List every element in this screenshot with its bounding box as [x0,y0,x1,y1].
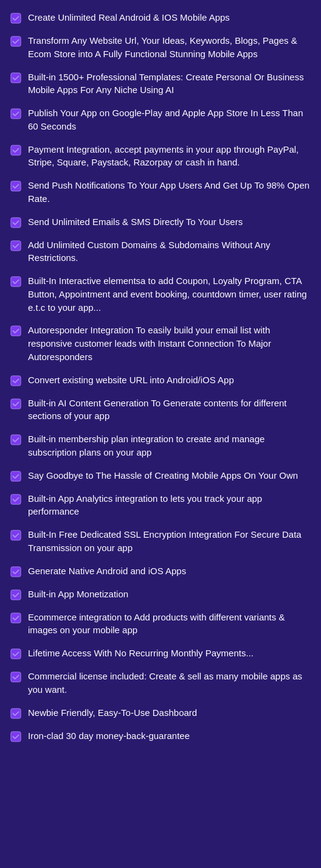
svg-rect-22 [11,731,21,741]
svg-rect-20 [11,672,21,682]
svg-rect-6 [11,217,21,227]
svg-rect-1 [11,36,21,46]
feature-text: Built-in App Analytics integration to le… [28,492,311,519]
svg-rect-16 [11,566,21,576]
list-item: Built-in 1500+ Professional Templates: C… [7,66,314,102]
svg-rect-19 [11,649,21,659]
checkmark-icon [10,589,22,601]
svg-rect-18 [11,613,21,622]
svg-rect-13 [11,471,21,481]
list-item: Autoresponder Integration To easily buil… [7,319,314,368]
feature-text: Built-In Interactive elementsa to add Co… [28,274,311,314]
feature-text: Built-in membership plan integration to … [28,432,311,459]
feature-text: Transform Any Website Url, Your Ideas, K… [28,34,311,61]
feature-text: Publish Your App on Google-Play and Appl… [28,106,311,133]
svg-rect-9 [11,326,21,336]
list-item: Send Unlimited Emails & SMS Directly To … [7,210,314,234]
list-item: Add Unlimited Custom Domains & Subdomain… [7,234,314,270]
svg-rect-5 [11,181,21,191]
list-item: Convert existing website URL into Androi… [7,369,314,392]
feature-text: Ecommerce integration to Add products wi… [28,611,311,637]
svg-rect-17 [11,589,21,599]
checkmark-icon [10,217,22,229]
checkmark-icon [10,671,22,683]
list-item: Iron-clad 30 day money-back-guarantee [7,724,314,748]
list-item: Generate Native Android and iOS Apps [7,560,314,583]
feature-text: Lifetime Access With No Recurring Monthl… [28,647,254,660]
feature-text: Built-In Free Dedicated SSL Encryption I… [28,528,311,555]
checkmark-icon [10,12,22,24]
checkmark-icon [10,240,22,252]
list-item: Lifetime Access With No Recurring Monthl… [7,642,314,665]
list-item: Built-in AI Content Generation To Genera… [7,392,314,428]
checkmark-icon [10,108,22,120]
svg-rect-0 [11,13,21,23]
svg-rect-14 [11,494,21,504]
feature-text: Autoresponder Integration To easily buil… [28,324,311,363]
checkmark-icon [10,72,22,84]
svg-rect-2 [11,72,21,82]
svg-rect-10 [11,375,21,385]
checkmark-icon [10,529,22,541]
list-item: Built-In Interactive elementsa to add Co… [7,269,314,319]
list-item: Newbie Friendly, Easy-To-Use Dashboard [7,701,314,724]
list-item: Transform Any Website Url, Your Ideas, K… [7,29,314,66]
feature-text: Iron-clad 30 day money-back-guarantee [28,729,190,743]
svg-rect-4 [11,145,21,155]
checkmark-icon [10,566,22,578]
svg-rect-12 [11,435,21,445]
checkmark-icon [10,144,22,156]
feature-text: Payment Integration, accept payments in … [28,143,311,170]
list-item: Publish Your App on Google-Play and Appl… [7,102,314,138]
feature-text: Say Goodbye to The Hassle of Creating Mo… [28,469,298,482]
list-item: Payment Integration, accept payments in … [7,138,314,175]
checkmark-icon [10,398,22,410]
list-item: Commercial license included: Create & se… [7,665,314,701]
svg-rect-21 [11,708,21,718]
svg-rect-7 [11,240,21,250]
svg-rect-8 [11,277,21,286]
checkmark-icon [10,731,22,743]
checkmark-icon [10,35,22,47]
feature-text: Built-in 1500+ Professional Templates: C… [28,71,311,97]
checkmark-icon [10,180,22,192]
feature-text: Convert existing website URL into Androi… [28,373,234,387]
list-item: Built-in membership plan integration to … [7,428,314,464]
svg-rect-15 [11,530,21,540]
feature-list: Create Unlimited Real Android & IOS Mobi… [0,6,321,748]
checkmark-icon [10,375,22,387]
list-item: Create Unlimited Real Android & IOS Mobi… [7,6,314,29]
checkmark-icon [10,493,22,505]
list-item: Ecommerce integration to Add products wi… [7,606,314,642]
feature-text: Create Unlimited Real Android & IOS Mobi… [28,11,230,24]
checkmark-icon [10,276,22,288]
checkmark-icon [10,707,22,720]
list-item: Built-In Free Dedicated SSL Encryption I… [7,523,314,560]
feature-text: Add Unlimited Custom Domains & Subdomain… [28,238,311,265]
checkmark-icon [10,325,22,337]
list-item: Say Goodbye to The Hassle of Creating Mo… [7,464,314,487]
feature-text: Built-in App Monetization [28,588,128,601]
svg-rect-3 [11,109,21,119]
feature-text: Built-in AI Content Generation To Genera… [28,397,311,423]
feature-text: Commercial license included: Create & se… [28,670,311,696]
list-item: Send Push Notifications To Your App User… [7,174,314,210]
feature-text: Send Unlimited Emails & SMS Directly To … [28,215,243,229]
checkmark-icon [10,470,22,482]
feature-text: Generate Native Android and iOS Apps [28,564,186,578]
list-item: Built-in App Analytics integration to le… [7,487,314,524]
feature-text: Newbie Friendly, Easy-To-Use Dashboard [28,706,197,720]
feature-text: Send Push Notifications To Your App User… [28,179,311,206]
checkmark-icon [10,648,22,660]
checkmark-icon [10,612,22,624]
checkmark-icon [10,434,22,446]
list-item: Built-in App Monetization [7,583,314,606]
svg-rect-11 [11,398,21,408]
